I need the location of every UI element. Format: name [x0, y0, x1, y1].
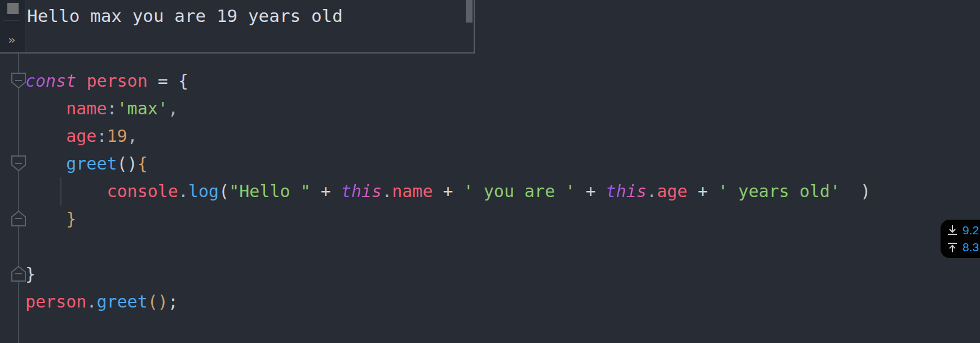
code-token: +	[321, 181, 331, 201]
code-token: ,	[127, 126, 138, 146]
console-prompt-icon: »	[8, 33, 15, 47]
code-line[interactable]: greet(){	[25, 150, 871, 177]
square-icon[interactable]	[7, 3, 19, 14]
code-token: +	[585, 181, 595, 201]
code-token	[687, 181, 698, 201]
net-speed-badge: 9.2 8.3	[941, 220, 980, 258]
code-token: name	[392, 181, 432, 201]
code-token	[168, 71, 178, 91]
code-token: .	[86, 292, 96, 311]
fold-start-marker[interactable]	[11, 155, 26, 171]
code-token: const	[25, 71, 76, 91]
console-scrollbar-thumb[interactable]	[466, 0, 473, 23]
code-token: name	[66, 99, 107, 118]
code-token	[25, 99, 66, 118]
fold-start-marker[interactable]	[11, 73, 26, 88]
code-token	[575, 181, 585, 201]
download-speed: 9.2	[963, 224, 979, 237]
code-line[interactable]: }	[25, 260, 871, 288]
code-token: console	[107, 181, 178, 201]
code-token: person	[86, 71, 147, 91]
code-line[interactable]: const person = {	[25, 67, 871, 95]
code-token	[148, 71, 158, 91]
code-token: "Hello "	[229, 181, 311, 201]
code-token: .	[647, 181, 657, 201]
code-token: person	[25, 292, 86, 311]
code-token	[596, 181, 606, 201]
code-token	[453, 181, 463, 201]
code-token: 'max'	[117, 99, 168, 118]
upload-row: 8.3	[947, 240, 980, 255]
download-icon	[947, 225, 957, 236]
code-token	[25, 126, 66, 146]
code-token: :	[96, 126, 107, 146]
code-line[interactable]: name:'max',	[25, 95, 871, 122]
code-token	[25, 209, 66, 229]
code-token: :	[107, 99, 117, 118]
code-token: =	[158, 71, 168, 91]
fold-end-marker[interactable]	[11, 211, 26, 226]
code-token: }	[66, 209, 76, 229]
code-token: +	[443, 181, 453, 201]
code-token: }	[25, 264, 36, 284]
code-line[interactable]: person.greet();	[25, 288, 871, 315]
code-token: ()	[148, 292, 168, 311]
code-token: greet	[66, 154, 117, 173]
fold-end-marker[interactable]	[11, 266, 26, 282]
code-token: +	[698, 181, 708, 201]
code-token	[76, 71, 86, 91]
code-token: ' you are '	[463, 181, 576, 201]
code-token: ' years old'	[718, 181, 840, 201]
code-token: age	[66, 126, 96, 146]
code-token	[25, 181, 107, 201]
console-output-line: Hello max you are 19 years old	[27, 5, 343, 27]
code-token: (	[219, 181, 229, 201]
code-token: ()	[117, 154, 138, 173]
code-token: {	[178, 71, 188, 91]
gutter-fold-line	[18, 54, 19, 343]
code-token	[433, 181, 443, 201]
code-token: 19	[107, 126, 127, 146]
download-row: 9.2	[947, 223, 980, 238]
code-token: {	[138, 154, 148, 173]
code-token: ,	[168, 99, 178, 118]
code-token: greet	[96, 292, 147, 311]
code-token: log	[188, 181, 219, 201]
code-line[interactable]	[25, 233, 871, 260]
code-line[interactable]: }	[25, 205, 871, 233]
code-token: )	[840, 181, 871, 201]
console-gutter: »	[0, 0, 25, 52]
code-token: age	[657, 181, 687, 201]
code-token	[311, 181, 321, 201]
console-output-panel: » Hello max you are 19 years old	[0, 0, 475, 54]
code-token: .	[382, 181, 392, 201]
code-token: .	[178, 181, 188, 201]
code-lines: const person = { name:'max', age:19, gre…	[25, 67, 871, 315]
code-token	[331, 181, 341, 201]
code-token: this	[341, 181, 382, 201]
code-line[interactable]: age:19,	[25, 122, 871, 150]
upload-icon	[947, 242, 957, 253]
upload-speed: 8.3	[963, 240, 979, 254]
code-token: ;	[168, 292, 178, 311]
code-token: this	[606, 181, 647, 201]
gutter-divider	[3, 20, 20, 21]
code-token	[708, 181, 718, 201]
code-line[interactable]: console.log("Hello " + this.name + ' you…	[25, 177, 871, 205]
code-token	[25, 154, 66, 173]
